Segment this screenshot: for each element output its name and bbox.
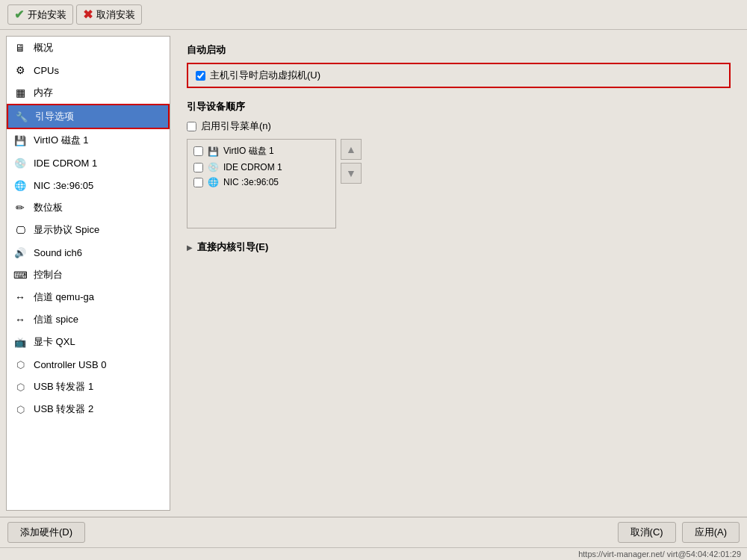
sidebar-item-usb-redirect2[interactable]: USB 转发器 2 (7, 398, 170, 420)
bottom-left: 添加硬件(D) (7, 522, 85, 543)
bottom-right: 取消(C) 应用(A) (618, 522, 740, 543)
sidebar-item-boot[interactable]: 引导选项 (7, 104, 170, 129)
sidebar-item-label: 引导选项 (35, 110, 74, 123)
sidebar-item-virtio-disk[interactable]: VirtIO 磁盘 1 (7, 129, 170, 152)
sidebar-item-channel-qemu[interactable]: 信道 qemu-ga (7, 286, 170, 308)
sidebar-item-memory[interactable]: 内存 (7, 81, 170, 104)
status-bar: https://virt-manager.net/ virt@54:04:42:… (0, 547, 747, 560)
sidebar-item-console[interactable]: 控制台 (7, 264, 170, 286)
sidebar-item-label: CPUs (34, 65, 59, 76)
boot-cdrom-checkbox[interactable] (193, 163, 203, 172)
sound-icon (13, 245, 28, 260)
boot-nic-icon (208, 177, 219, 187)
boot-icon (14, 109, 29, 124)
direct-kernel-section[interactable]: ▶ 直接内核引导(E) (187, 240, 731, 254)
boot-virtio-checkbox[interactable] (193, 146, 203, 156)
boot-up-button[interactable]: ▲ (341, 139, 362, 160)
sidebar-item-label: 显卡 QXL (34, 335, 75, 349)
sidebar-item-label: USB 转发器 2 (34, 402, 93, 416)
console-icon (13, 267, 28, 282)
boot-list-item-nic: NIC :3e:96:05 (190, 175, 332, 190)
toolbar: ✔ 开始安装 ✖ 取消安装 (0, 0, 747, 30)
direct-kernel-label: 直接内核引导(E) (197, 240, 268, 254)
add-hardware-button[interactable]: 添加硬件(D) (7, 522, 85, 543)
sidebar-item-label: 信道 qemu-ga (34, 290, 94, 304)
disk-icon (13, 133, 28, 148)
sidebar-item-label: VirtIO 磁盘 1 (34, 134, 88, 147)
sidebar-item-vga-qxl[interactable]: 显卡 QXL (7, 331, 170, 353)
boot-list: VirtIO 磁盘 1 IDE CDROM 1 NIC :3e:96:05 (187, 139, 336, 228)
sidebar-item-cpus[interactable]: CPUs (7, 59, 170, 81)
cdrom-icon (13, 155, 28, 170)
apply-button[interactable]: 应用(A) (682, 522, 740, 543)
cancel-install-label: 取消安装 (96, 8, 135, 22)
autostart-box: 主机引导时启动虚拟机(U) (187, 63, 731, 88)
boot-virtio-icon (208, 146, 219, 157)
cancel-button[interactable]: 取消(C) (618, 522, 676, 543)
sidebar-item-usb-controller[interactable]: Controller USB 0 (7, 353, 170, 376)
sidebar: 概况 CPUs 内存 引导选项 VirtIO 磁盘 1 IDE CDROM 1 (6, 36, 170, 511)
monitor-icon (13, 40, 28, 55)
sidebar-item-overview[interactable]: 概况 (7, 37, 170, 59)
start-install-button[interactable]: ✔ 开始安装 (7, 4, 73, 25)
boot-order-area: VirtIO 磁盘 1 IDE CDROM 1 NIC :3e:96:05 (187, 139, 731, 228)
sidebar-item-label: Controller USB 0 (34, 359, 107, 370)
cpu-icon (13, 63, 28, 78)
ram-icon (13, 85, 28, 100)
sidebar-item-label: IDE CDROM 1 (34, 158, 97, 169)
boot-cdrom-icon (208, 162, 219, 172)
autostart-label-text: 主机引导时启动虚拟机(U) (210, 69, 320, 82)
sidebar-item-label: USB 转发器 1 (34, 380, 93, 393)
sidebar-item-label: NIC :3e:96:05 (34, 180, 93, 191)
sidebar-item-label: 信道 spice (34, 313, 78, 326)
channel-icon (13, 290, 28, 305)
x-icon: ✖ (83, 7, 93, 22)
start-install-label: 开始安装 (28, 8, 66, 22)
boot-order-title: 引导设备顺序 (187, 100, 731, 113)
autostart-section-title: 自动启动 (187, 43, 731, 57)
display-icon (13, 223, 28, 237)
sidebar-item-label: 内存 (34, 86, 53, 99)
enable-boot-menu-label: 启用引导菜单(n) (201, 119, 271, 133)
boot-order-section: 引导设备顺序 启用引导菜单(n) VirtIO 磁盘 1 (187, 100, 731, 228)
sidebar-item-label: 概况 (34, 41, 53, 55)
check-icon: ✔ (14, 7, 24, 22)
nic-icon (13, 178, 28, 193)
boot-virtio-label: VirtIO 磁盘 1 (223, 145, 274, 158)
expand-triangle-icon: ▶ (187, 243, 193, 252)
sidebar-item-nic[interactable]: NIC :3e:96:05 (7, 174, 170, 196)
content-area: 概况 CPUs 内存 引导选项 VirtIO 磁盘 1 IDE CDROM 1 (0, 30, 747, 517)
vga-icon (13, 335, 28, 349)
enable-boot-menu-checkbox[interactable] (187, 122, 196, 131)
usb-redirect2-icon (13, 402, 28, 417)
main-panel: 自动启动 主机引导时启动虚拟机(U) 引导设备顺序 启用引导菜单(n) (176, 36, 741, 511)
boot-list-item-virtio: VirtIO 磁盘 1 (190, 143, 332, 160)
boot-nic-checkbox[interactable] (193, 178, 203, 187)
sidebar-item-tablet[interactable]: 数位板 (7, 196, 170, 219)
sidebar-item-display-spice[interactable]: 显示协议 Spice (7, 219, 170, 241)
sidebar-item-label: Sound ich6 (34, 247, 82, 258)
sidebar-item-sound-ich6[interactable]: Sound ich6 (7, 241, 170, 264)
sidebar-item-channel-spice[interactable]: 信道 spice (7, 308, 170, 331)
usb-controller-icon (13, 357, 28, 372)
cancel-install-button[interactable]: ✖ 取消安装 (76, 4, 142, 25)
sidebar-item-usb-redirect1[interactable]: USB 转发器 1 (7, 376, 170, 398)
autostart-checkbox[interactable] (196, 71, 205, 81)
sidebar-item-label: 数位板 (34, 201, 63, 214)
bottom-bar: 添加硬件(D) 取消(C) 应用(A) (0, 517, 747, 547)
tablet-icon (13, 200, 28, 215)
usb-redirect1-icon (13, 379, 28, 394)
boot-cdrom-label: IDE CDROM 1 (223, 162, 282, 172)
main-window: ✔ 开始安装 ✖ 取消安装 概况 CPUs 内存 引导选项 (0, 0, 747, 560)
autostart-checkbox-label[interactable]: 主机引导时启动虚拟机(U) (196, 69, 320, 82)
status-url: https://virt-manager.net/ virt@54:04:42:… (578, 550, 741, 559)
enable-boot-menu-row: 启用引导菜单(n) (187, 119, 731, 133)
sidebar-item-ide-cdrom[interactable]: IDE CDROM 1 (7, 152, 170, 174)
sidebar-item-label: 显示协议 Spice (34, 223, 99, 237)
boot-down-button[interactable]: ▼ (341, 163, 362, 184)
boot-arrows: ▲ ▼ (341, 139, 362, 184)
boot-list-item-cdrom: IDE CDROM 1 (190, 160, 332, 175)
channel2-icon (13, 312, 28, 327)
sidebar-item-label: 控制台 (34, 268, 63, 281)
boot-nic-label: NIC :3e:96:05 (223, 177, 279, 187)
